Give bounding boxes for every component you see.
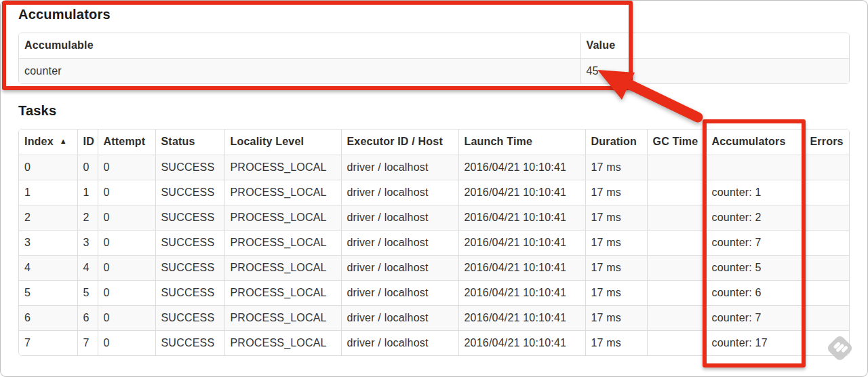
tasks-table-header-id[interactable]: ID [77, 130, 98, 155]
tasks-table-cell-gc_time [647, 255, 706, 280]
column-label: ID [83, 136, 94, 147]
tasks-table-cell-locality_level: PROCESS_LOCAL [224, 305, 341, 330]
tasks-table-cell-attempt: 0 [98, 180, 155, 205]
tasks-table-cell-status: SUCCESS [155, 330, 224, 355]
tasks-table-cell-launch_time: 2016/04/21 10:10:41 [458, 255, 585, 280]
tasks-table-cell-executor_id_host: driver / localhost [341, 305, 458, 330]
tasks-table-header-launch_time[interactable]: Launch Time [458, 130, 585, 155]
tasks-table-cell-index: 1 [19, 180, 77, 205]
tasks-table-cell-locality_level: PROCESS_LOCAL [224, 205, 341, 230]
tasks-table-row-1: 110SUCCESSPROCESS_LOCALdriver / localhos… [19, 180, 850, 205]
tasks-table: Index▲IDAttemptStatusLocality LevelExecu… [19, 130, 850, 355]
column-label: Accumulators [712, 136, 786, 147]
tasks-table-cell-executor_id_host: driver / localhost [341, 155, 458, 180]
tasks-table-row-5: 550SUCCESSPROCESS_LOCALdriver / localhos… [19, 280, 850, 305]
accumulators-table-header-accumulable[interactable]: Accumulable [19, 33, 580, 58]
accumulators-table-cell-accumulable: counter [19, 58, 580, 83]
tasks-table-cell-id: 2 [77, 205, 98, 230]
tasks-table-cell-executor_id_host: driver / localhost [341, 205, 458, 230]
tasks-table-header-status[interactable]: Status [155, 130, 224, 155]
tasks-table-row-2: 220SUCCESSPROCESS_LOCALdriver / localhos… [19, 205, 850, 230]
accumulators-table-header-value[interactable]: Value [580, 33, 850, 58]
tasks-table-header-errors[interactable]: Errors [804, 130, 850, 155]
tasks-table-cell-errors [804, 230, 850, 255]
tasks-table-cell-status: SUCCESS [155, 280, 224, 305]
tasks-table-cell-executor_id_host: driver / localhost [341, 230, 458, 255]
column-label: Status [161, 136, 195, 147]
tasks-table-cell-attempt: 0 [98, 205, 155, 230]
tasks-table-cell-errors [804, 330, 850, 355]
tasks-table-cell-status: SUCCESS [155, 155, 224, 180]
tasks-table-row-0: 000SUCCESSPROCESS_LOCALdriver / localhos… [19, 155, 850, 180]
accumulators-section-title: Accumulators [18, 7, 111, 22]
tasks-table-cell-duration: 17 ms [585, 305, 647, 330]
tasks-table-cell-attempt: 0 [98, 280, 155, 305]
tasks-table-header-row: Index▲IDAttemptStatusLocality LevelExecu… [19, 130, 850, 155]
tasks-table-header-executor_id_host[interactable]: Executor ID / Host [341, 130, 458, 155]
tasks-table-cell-duration: 17 ms [585, 180, 647, 205]
tasks-table-cell-errors [804, 180, 850, 205]
tasks-table-cell-executor_id_host: driver / localhost [341, 330, 458, 355]
tasks-table-cell-errors [804, 305, 850, 330]
tasks-table-cell-duration: 17 ms [585, 205, 647, 230]
tasks-table-cell-accumulators: counter: 6 [706, 280, 804, 305]
tasks-table-cell-index: 0 [19, 155, 77, 180]
tasks-table-header-gc_time[interactable]: GC Time [647, 130, 706, 155]
tasks-table-cell-index: 4 [19, 255, 77, 280]
tasks-table-cell-index: 2 [19, 205, 77, 230]
column-label: Duration [591, 136, 637, 147]
accumulators-table-cell-value: 45 [580, 58, 850, 83]
tasks-table-cell-launch_time: 2016/04/21 10:10:41 [458, 180, 585, 205]
tasks-table-cell-duration: 17 ms [585, 330, 647, 355]
tasks-table-cell-accumulators: counter: 2 [706, 205, 804, 230]
tasks-table-cell-locality_level: PROCESS_LOCAL [224, 230, 341, 255]
tasks-table-cell-attempt: 0 [98, 255, 155, 280]
tasks-table-cell-id: 1 [77, 180, 98, 205]
tasks-table-cell-accumulators: counter: 7 [706, 230, 804, 255]
tasks-table-cell-duration: 17 ms [585, 280, 647, 305]
tasks-table-cell-gc_time [647, 305, 706, 330]
tasks-table-cell-gc_time [647, 155, 706, 180]
annotation-arrow-shaft [626, 83, 698, 117]
tasks-table-cell-errors [804, 155, 850, 180]
tasks-table-cell-accumulators: counter: 5 [706, 255, 804, 280]
accumulators-table-header-row: AccumulableValue [19, 33, 850, 58]
tasks-table-cell-id: 7 [77, 330, 98, 355]
tasks-table-header-index[interactable]: Index▲ [19, 130, 77, 155]
tasks-table-cell-id: 5 [77, 280, 98, 305]
column-label: Errors [810, 136, 844, 147]
tasks-table-cell-launch_time: 2016/04/21 10:10:41 [458, 305, 585, 330]
column-label: Executor ID / Host [347, 136, 443, 147]
tasks-table-header-attempt[interactable]: Attempt [98, 130, 155, 155]
tasks-table-cell-accumulators: counter: 7 [706, 305, 804, 330]
tasks-table-cell-gc_time [647, 205, 706, 230]
tasks-table-cell-executor_id_host: driver / localhost [341, 280, 458, 305]
tasks-table-cell-duration: 17 ms [585, 255, 647, 280]
tasks-section-title: Tasks [18, 103, 56, 119]
tasks-table-row-3: 330SUCCESSPROCESS_LOCALdriver / localhos… [19, 230, 850, 255]
tasks-table-cell-attempt: 0 [98, 230, 155, 255]
column-label: Index [24, 136, 54, 147]
column-label: Value [587, 39, 616, 51]
tasks-table-cell-errors [804, 255, 850, 280]
tasks-table-cell-index: 3 [19, 230, 77, 255]
tasks-table-cell-errors [804, 205, 850, 230]
column-label: Locality Level [231, 136, 304, 147]
tasks-table-wrapper: Index▲IDAttemptStatusLocality LevelExecu… [18, 129, 850, 356]
tasks-table-cell-gc_time [647, 180, 706, 205]
tasks-table-header-accumulators[interactable]: Accumulators [706, 130, 804, 155]
tasks-table-cell-launch_time: 2016/04/21 10:10:41 [458, 205, 585, 230]
tasks-table-cell-status: SUCCESS [155, 230, 224, 255]
tasks-table-header-duration[interactable]: Duration [585, 130, 647, 155]
tasks-table-cell-attempt: 0 [98, 305, 155, 330]
tasks-table-cell-accumulators: counter: 1 [706, 180, 804, 205]
tasks-table-cell-id: 6 [77, 305, 98, 330]
tasks-table-cell-executor_id_host: driver / localhost [341, 255, 458, 280]
tasks-table-cell-locality_level: PROCESS_LOCAL [224, 255, 341, 280]
tasks-table-header-locality_level[interactable]: Locality Level [224, 130, 341, 155]
tasks-table-cell-attempt: 0 [98, 155, 155, 180]
tasks-table-cell-status: SUCCESS [155, 205, 224, 230]
tasks-table-cell-gc_time [647, 330, 706, 355]
column-label: Attempt [104, 136, 146, 147]
tasks-table-cell-id: 4 [77, 255, 98, 280]
